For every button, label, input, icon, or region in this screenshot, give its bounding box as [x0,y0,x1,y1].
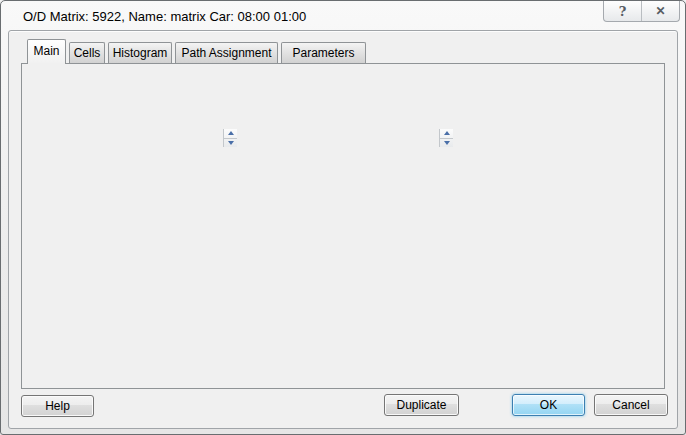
ok-button[interactable]: OK [512,394,585,416]
spinner-up-button[interactable] [440,129,453,139]
spinner-down-button[interactable] [440,139,453,148]
titlebar-buttons: ? ✕ [603,1,680,22]
help-icon: ? [619,5,627,18]
spinner-up-icon [228,131,234,135]
spinner-up-button[interactable] [224,129,237,139]
close-button[interactable]: ✕ [642,1,679,21]
tab-main[interactable]: Main [27,39,66,64]
spinner-up-icon [444,131,450,135]
help-button[interactable]: Help [21,395,94,417]
help-titlebar-button[interactable]: ? [604,1,642,21]
spinner-down-icon [228,141,234,145]
initial-time-spinner [223,129,237,147]
tab-histogram[interactable]: Histogram [108,42,172,63]
spinner-down-button[interactable] [224,139,237,148]
od-matrix-dialog: O/D Matrix: 5922, Name: matrix Car: 08:0… [0,0,686,435]
cancel-button[interactable]: Cancel [594,394,668,416]
window-title: O/D Matrix: 5922, Name: matrix Car: 08:0… [23,9,306,24]
tab-page-main [21,63,665,389]
duplicate-button[interactable]: Duplicate [384,394,459,416]
duration-spinner [439,129,453,147]
spinner-down-icon [444,141,450,145]
tab-path-assignment[interactable]: Path Assignment [175,42,278,63]
tab-parameters[interactable]: Parameters [281,42,366,63]
tab-cells[interactable]: Cells [69,42,105,63]
close-icon: ✕ [655,5,665,17]
